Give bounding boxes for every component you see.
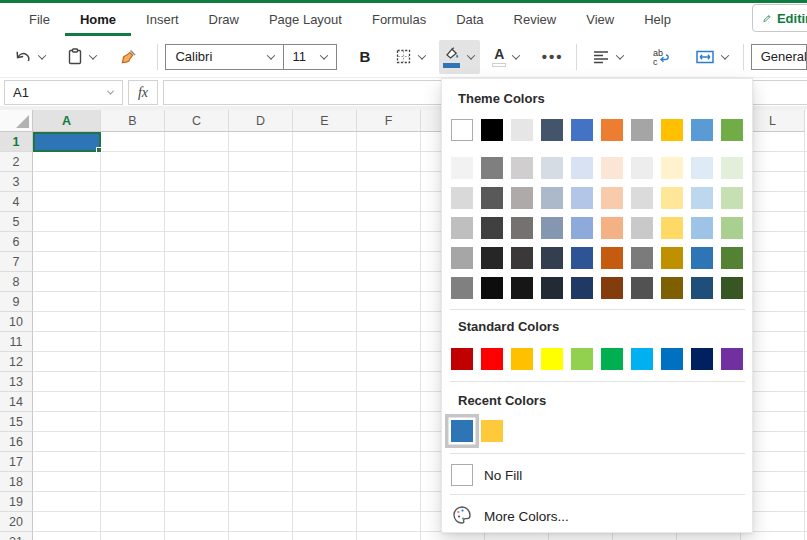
fill-color-dropdown-chevron-icon[interactable] (466, 51, 474, 59)
theme-tint-row4-swatch-4[interactable] (541, 247, 563, 269)
theme-tint-row4-swatch-8[interactable] (661, 247, 683, 269)
theme-color-swatch-3[interactable] (511, 119, 533, 141)
align-button[interactable] (588, 40, 629, 74)
menu-tab-data[interactable]: Data (441, 3, 498, 36)
theme-tint-row4-swatch-9[interactable] (691, 247, 713, 269)
menu-tab-review[interactable]: Review (499, 3, 572, 36)
menu-tab-file[interactable]: File (14, 3, 65, 36)
theme-tint-row4-swatch-6[interactable] (601, 247, 623, 269)
row-header-14[interactable]: 14 (0, 392, 33, 412)
standard-color-swatch-2[interactable] (481, 348, 503, 370)
theme-tint-row5-swatch-8[interactable] (661, 277, 683, 299)
theme-tint-row5-swatch-10[interactable] (721, 277, 743, 299)
merge-cells-button[interactable] (691, 40, 734, 74)
theme-tint-row5-swatch-9[interactable] (691, 277, 713, 299)
theme-tint-row5-swatch-2[interactable] (481, 277, 503, 299)
theme-tint-row1-swatch-7[interactable] (631, 157, 653, 179)
theme-tint-row3-swatch-1[interactable] (451, 217, 473, 239)
borders-dropdown-chevron-icon[interactable] (418, 51, 426, 59)
standard-color-swatch-9[interactable] (691, 348, 713, 370)
row-header-10[interactable]: 10 (0, 312, 33, 332)
theme-tint-row5-swatch-5[interactable] (571, 277, 593, 299)
more-colors-option[interactable]: More Colors... (484, 509, 569, 524)
theme-tint-row2-swatch-1[interactable] (451, 187, 473, 209)
menu-tab-help[interactable]: Help (629, 3, 686, 36)
menu-tab-insert[interactable]: Insert (131, 3, 194, 36)
row-header-2[interactable]: 2 (0, 152, 33, 172)
theme-color-swatch-2[interactable] (481, 119, 503, 141)
row-header-1[interactable]: 1 (0, 132, 33, 152)
theme-tint-row2-swatch-6[interactable] (601, 187, 623, 209)
theme-tint-row1-swatch-4[interactable] (541, 157, 563, 179)
theme-tint-row5-swatch-3[interactable] (511, 277, 533, 299)
standard-color-swatch-10[interactable] (721, 348, 743, 370)
theme-tint-row2-swatch-8[interactable] (661, 187, 683, 209)
theme-tint-row1-swatch-8[interactable] (661, 157, 683, 179)
theme-color-swatch-8[interactable] (661, 119, 683, 141)
row-header-3[interactable]: 3 (0, 172, 33, 192)
row-header-7[interactable]: 7 (0, 252, 33, 272)
theme-tint-row2-swatch-4[interactable] (541, 187, 563, 209)
theme-tint-row3-swatch-7[interactable] (631, 217, 653, 239)
menu-tab-home[interactable]: Home (65, 3, 131, 36)
theme-tint-row5-swatch-6[interactable] (601, 277, 623, 299)
theme-tint-row2-swatch-5[interactable] (571, 187, 593, 209)
column-header-e[interactable]: E (293, 110, 357, 132)
font-color-dropdown-chevron-icon[interactable] (512, 51, 520, 59)
theme-tint-row2-swatch-2[interactable] (481, 187, 503, 209)
no-fill-option[interactable]: No Fill (484, 468, 522, 483)
number-format-select[interactable]: General (751, 44, 807, 70)
theme-tint-row3-swatch-3[interactable] (511, 217, 533, 239)
theme-color-swatch-4[interactable] (541, 119, 563, 141)
selected-cell-a1[interactable] (33, 132, 101, 152)
standard-color-swatch-6[interactable] (601, 348, 623, 370)
merge-dropdown-chevron-icon[interactable] (721, 51, 729, 59)
recent-color-swatch-2[interactable] (481, 420, 503, 442)
theme-tint-row5-swatch-1[interactable] (451, 277, 473, 299)
insert-function-button[interactable]: fx (128, 80, 158, 105)
theme-color-swatch-6[interactable] (601, 119, 623, 141)
theme-color-swatch-5[interactable] (571, 119, 593, 141)
theme-tint-row2-swatch-9[interactable] (691, 187, 713, 209)
row-header-6[interactable]: 6 (0, 232, 33, 252)
theme-tint-row1-swatch-9[interactable] (691, 157, 713, 179)
row-header-13[interactable]: 13 (0, 372, 33, 392)
theme-tint-row3-swatch-2[interactable] (481, 217, 503, 239)
theme-tint-row3-swatch-6[interactable] (601, 217, 623, 239)
row-header-15[interactable]: 15 (0, 412, 33, 432)
column-header-c[interactable]: C (165, 110, 229, 132)
font-size-select[interactable]: 11 (284, 45, 336, 69)
theme-tint-row2-swatch-7[interactable] (631, 187, 653, 209)
row-header-11[interactable]: 11 (0, 332, 33, 352)
editing-mode-button[interactable]: Editing (752, 4, 807, 32)
theme-tint-row4-swatch-2[interactable] (481, 247, 503, 269)
standard-color-swatch-3[interactable] (511, 348, 533, 370)
bold-button[interactable]: B (353, 40, 376, 74)
row-header-5[interactable]: 5 (0, 212, 33, 232)
menu-tab-page-layout[interactable]: Page Layout (254, 3, 357, 36)
row-header-8[interactable]: 8 (0, 272, 33, 292)
standard-color-swatch-4[interactable] (541, 348, 563, 370)
borders-button[interactable] (391, 40, 431, 74)
theme-tint-row3-swatch-9[interactable] (691, 217, 713, 239)
theme-tint-row1-swatch-1[interactable] (451, 157, 473, 179)
column-header-f[interactable]: F (357, 110, 421, 132)
theme-tint-row3-swatch-4[interactable] (541, 217, 563, 239)
format-painter-button[interactable] (116, 40, 142, 74)
name-box[interactable]: A1 (4, 80, 123, 105)
more-font-options-button[interactable]: ••• (538, 40, 568, 74)
menu-tab-formulas[interactable]: Formulas (357, 3, 441, 36)
row-header-9[interactable]: 9 (0, 292, 33, 312)
theme-color-swatch-10[interactable] (721, 119, 743, 141)
theme-tint-row2-swatch-3[interactable] (511, 187, 533, 209)
theme-color-swatch-1[interactable] (451, 119, 473, 141)
theme-tint-row4-swatch-1[interactable] (451, 247, 473, 269)
theme-tint-row1-swatch-10[interactable] (721, 157, 743, 179)
standard-color-swatch-5[interactable] (571, 348, 593, 370)
align-dropdown-chevron-icon[interactable] (616, 51, 624, 59)
standard-color-swatch-7[interactable] (631, 348, 653, 370)
theme-tint-row3-swatch-5[interactable] (571, 217, 593, 239)
font-color-button[interactable]: A (488, 40, 525, 74)
row-header-19[interactable]: 19 (0, 492, 33, 512)
theme-tint-row4-swatch-10[interactable] (721, 247, 743, 269)
